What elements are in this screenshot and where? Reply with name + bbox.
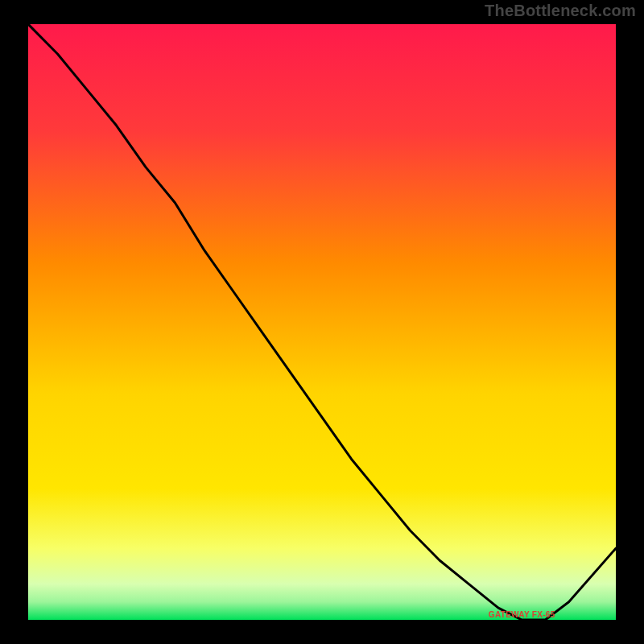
annotation-label: GATEWAY FX-65 (489, 610, 555, 619)
gradient-bg (28, 24, 616, 620)
chart-frame: TheBottleneck.com GATEWAY FX-65 (0, 0, 644, 644)
watermark-text: TheBottleneck.com (485, 2, 636, 20)
chart-svg (28, 24, 616, 620)
plot-area: GATEWAY FX-65 (28, 24, 616, 620)
